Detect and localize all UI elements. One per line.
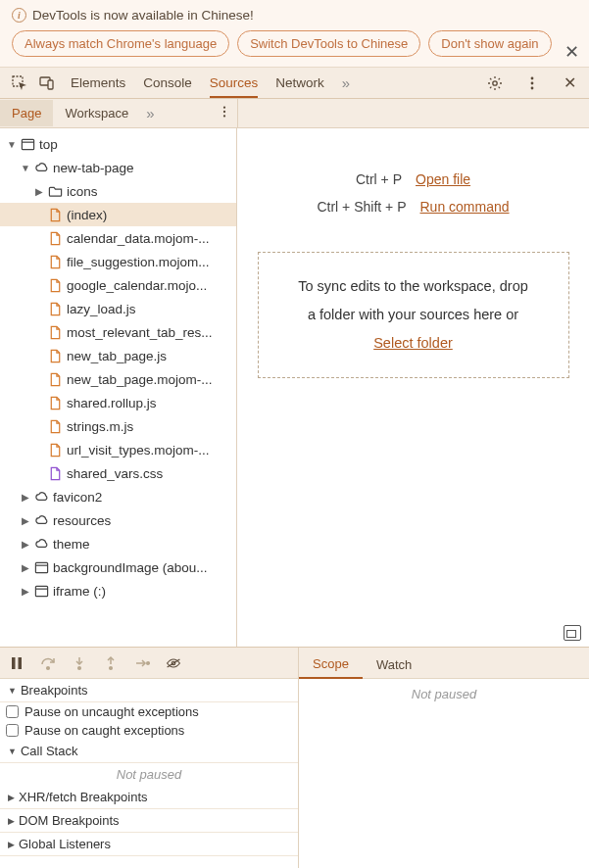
close-devtools-icon[interactable]: ✕	[558, 72, 581, 95]
tab-elements[interactable]: Elements	[71, 70, 125, 96]
file-icon	[47, 442, 63, 458]
sources-main-panel: Ctrl + P Open file Ctrl + Shift + P Run …	[237, 128, 589, 647]
breakpoints-section[interactable]: ▼Breakpoints	[0, 679, 298, 702]
svg-rect-12	[22, 139, 33, 149]
window-icon	[20, 136, 35, 152]
svg-rect-14	[35, 562, 47, 572]
svg-rect-18	[12, 657, 16, 669]
tree-file-index[interactable]: (index)	[67, 208, 107, 222]
tab-console[interactable]: Console	[143, 70, 192, 96]
tree-file-label: most_relevant_tab_res...	[67, 325, 213, 340]
banner-title: DevTools is now available in Chinese!	[32, 8, 254, 23]
debugger-right-panel: Scope Watch Not paused	[299, 648, 589, 868]
tree-folder[interactable]: icons	[67, 184, 98, 199]
tree-file-label: url_visit_types.mojom-...	[67, 443, 210, 458]
step-over-icon[interactable]	[39, 654, 57, 672]
language-banner: i DevTools is now available in Chinese! …	[0, 0, 589, 68]
switch-chinese-button[interactable]: Switch DevTools to Chinese	[237, 30, 420, 57]
gear-icon[interactable]	[483, 72, 507, 95]
pause-icon[interactable]	[8, 654, 25, 672]
subtabs-overflow-icon[interactable]: »	[146, 105, 154, 121]
workspace-dropzone[interactable]: To sync edits to the workspace, drop a f…	[258, 252, 569, 378]
dont-show-again-button[interactable]: Don't show again	[428, 30, 551, 57]
tabs-overflow-icon[interactable]: »	[342, 74, 350, 91]
step-icon[interactable]	[133, 654, 151, 672]
kebab-menu-icon[interactable]	[520, 72, 544, 95]
tree-file[interactable]: shared.rollup.js	[0, 391, 236, 414]
tree-subframe-label: theme	[53, 537, 90, 552]
deactivate-breakpoints-icon[interactable]	[165, 654, 182, 672]
run-command-shortcut: Ctrl + Shift + P	[317, 199, 406, 215]
tree-subframe[interactable]: ▶favicon2	[0, 485, 236, 508]
tree-file-label: new_tab_page.js	[67, 349, 167, 363]
tree-file[interactable]: most_relevant_tab_res...	[0, 320, 236, 344]
dom-breakpoints-section[interactable]: ▶DOM Breakpoints	[0, 809, 298, 833]
tree-subframe[interactable]: ▶theme	[0, 532, 236, 555]
inspect-icon[interactable]	[8, 72, 31, 95]
tree-frame-label: iframe (:)	[53, 584, 106, 599]
tree-subframe-label: resources	[53, 513, 111, 528]
step-into-icon[interactable]	[71, 654, 88, 672]
cloud-icon	[33, 489, 49, 505]
tree-frame[interactable]: ▶iframe (:)	[0, 579, 236, 603]
tab-scope[interactable]: Scope	[299, 651, 363, 679]
device-toggle-icon[interactable]	[35, 72, 59, 95]
tree-file-css[interactable]: shared_vars.css	[67, 466, 163, 481]
svg-point-8	[223, 111, 225, 113]
tab-watch[interactable]: Watch	[363, 651, 425, 678]
callstack-section[interactable]: ▼Call Stack	[0, 740, 298, 763]
select-folder-link[interactable]: Select folder	[373, 335, 453, 351]
debugger-controls	[0, 648, 298, 679]
show-console-icon[interactable]	[564, 625, 581, 641]
tree-file[interactable]: url_visit_types.mojom-...	[0, 438, 236, 461]
tree-file[interactable]: new_tab_page.mojom-...	[0, 367, 236, 391]
tree-file-label: calendar_data.mojom-...	[67, 231, 210, 246]
tree-frame[interactable]: ▶backgroundImage (abou...	[0, 555, 236, 579]
svg-point-23	[147, 661, 150, 664]
tree-file-label: strings.m.js	[67, 419, 133, 434]
tree-file[interactable]: strings.m.js	[0, 414, 236, 438]
subtab-page[interactable]: Page	[0, 100, 53, 126]
main-toolbar: Elements Console Sources Network » ✕	[0, 68, 589, 99]
tab-sources[interactable]: Sources	[210, 70, 259, 98]
open-file-shortcut: Ctrl + P	[356, 171, 402, 187]
svg-point-6	[531, 86, 534, 89]
tree-file-label: lazy_load.js	[67, 302, 136, 316]
xhr-breakpoints-section[interactable]: ▶XHR/fetch Breakpoints	[0, 786, 298, 809]
tree-file-label: google_calendar.mojo...	[67, 278, 207, 293]
dropzone-text1: To sync edits to the workspace, drop	[298, 278, 528, 294]
cloud-icon	[33, 536, 49, 552]
file-icon	[47, 418, 63, 434]
sources-subtabs: Page Workspace »	[0, 99, 589, 128]
svg-point-20	[47, 666, 50, 669]
tree-file-label: new_tab_page.mojom-...	[67, 372, 213, 387]
callstack-not-paused: Not paused	[0, 763, 298, 786]
tree-subframe[interactable]: ▶resources	[0, 508, 236, 532]
file-icon	[47, 207, 63, 222]
svg-rect-19	[19, 657, 23, 669]
tree-file[interactable]: calendar_data.mojom-...	[0, 226, 236, 250]
run-command-link[interactable]: Run command	[420, 199, 510, 215]
file-tree: ▼top ▼new-tab-page ▶icons (index) calend…	[0, 128, 237, 647]
tree-file[interactable]: file_suggestion.mojom...	[0, 250, 236, 273]
pause-caught-checkbox[interactable]	[6, 724, 19, 737]
tree-top[interactable]: top	[39, 137, 58, 152]
tab-network[interactable]: Network	[275, 70, 324, 96]
subtabs-kebab-icon[interactable]	[218, 105, 231, 121]
match-language-button[interactable]: Always match Chrome's language	[12, 30, 229, 57]
pause-uncaught-checkbox[interactable]	[6, 705, 19, 718]
svg-point-3	[493, 80, 497, 84]
tree-origin[interactable]: new-tab-page	[53, 161, 134, 175]
tree-file[interactable]: google_calendar.mojo...	[0, 273, 236, 297]
tree-file-label: shared.rollup.js	[67, 396, 157, 410]
global-listeners-section[interactable]: ▶Global Listeners	[0, 833, 298, 856]
step-out-icon[interactable]	[102, 654, 120, 672]
file-icon	[47, 230, 63, 246]
svg-point-4	[531, 76, 534, 79]
close-icon[interactable]: ✕	[564, 41, 579, 63]
debugger-left-panel: ▼Breakpoints Pause on uncaught exception…	[0, 648, 299, 868]
subtab-workspace[interactable]: Workspace	[53, 100, 140, 126]
tree-file[interactable]: new_tab_page.js	[0, 344, 236, 367]
open-file-link[interactable]: Open file	[416, 171, 470, 187]
tree-file[interactable]: lazy_load.js	[0, 297, 236, 320]
